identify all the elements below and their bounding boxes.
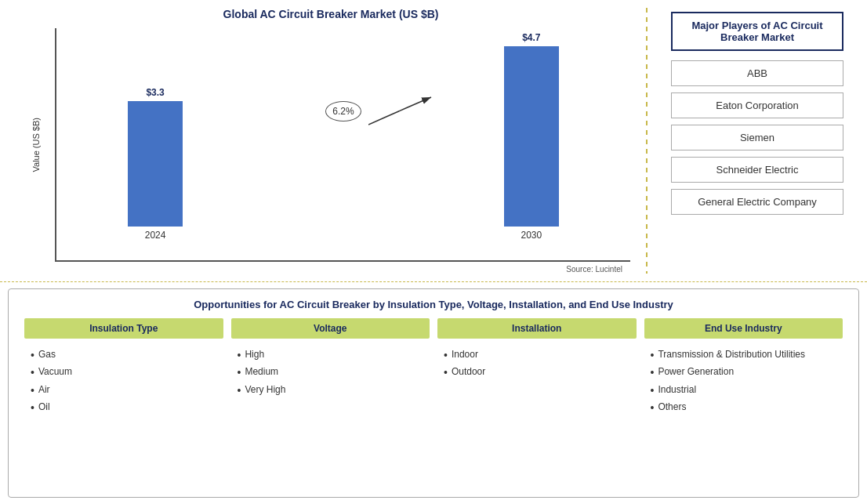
end-use-others: •Others <box>651 399 837 416</box>
insulation-oil: •Oil <box>31 399 217 416</box>
bar-2030 <box>504 46 559 227</box>
bar-2024 <box>128 101 183 227</box>
bar-value-2024: $3.3 <box>146 87 164 98</box>
bottom-section: Opportunities for AC Circuit Breaker by … <box>8 288 859 498</box>
voltage-high: •High <box>238 346 424 364</box>
right-panel: Major Players of AC Circuit Breaker Mark… <box>648 0 867 281</box>
voltage-items: •High •Medium •Very High <box>231 343 430 402</box>
chart-plot: $3.3 2024 6.2% <box>47 28 630 262</box>
players-title: Major Players of AC Circuit Breaker Mark… <box>671 12 843 51</box>
cagr-annotation: 6.2% <box>325 101 361 121</box>
chart-area: Global AC Circuit Breaker Market (US $B)… <box>0 0 646 281</box>
bar-group-2030: $4.7 2030 <box>504 32 559 241</box>
end-use-items: •Transmission & Distribution Utilities •… <box>644 343 843 420</box>
player-ge: General Electric Company <box>671 189 843 215</box>
y-axis-label: Value (US $B) <box>31 118 41 172</box>
top-section: Global AC Circuit Breaker Market (US $B)… <box>0 0 867 282</box>
opportunities-title: Opportunities for AC Circuit Breaker by … <box>24 299 843 310</box>
bar-value-2030: $4.7 <box>522 32 540 43</box>
installation-header: Installation <box>437 318 637 339</box>
voltage-header: Voltage <box>231 318 430 339</box>
category-installation: Installation •Indoor •Outdoor <box>437 318 637 420</box>
player-eaton: Eaton Corporation <box>671 92 843 118</box>
player-schneider: Schneider Electric <box>671 157 843 183</box>
chart-title: Global AC Circuit Breaker Market (US $B) <box>223 8 439 20</box>
insulation-vacuum: •Vacuum <box>31 364 217 381</box>
insulation-air: •Air <box>31 382 217 399</box>
end-use-power: •Power Generation <box>651 364 837 381</box>
category-end-use: End Use Industry •Transmission & Distrib… <box>644 318 843 420</box>
category-voltage: Voltage •High •Medium •Very High <box>231 318 430 420</box>
main-container: Global AC Circuit Breaker Market (US $B)… <box>0 0 867 504</box>
bar-label-2024: 2024 <box>145 230 166 241</box>
insulation-header: Insulation Type <box>24 318 223 339</box>
source-text: Source: Lucintel <box>566 265 622 274</box>
bar-group-2024: $3.3 2024 <box>128 87 183 241</box>
player-siemen: Siemen <box>671 125 843 150</box>
category-insulation: Insulation Type •Gas •Vacuum •Air •Oil <box>24 318 223 420</box>
installation-items: •Indoor •Outdoor <box>437 343 637 385</box>
categories-row: Insulation Type •Gas •Vacuum •Air •Oil V… <box>24 318 843 420</box>
bars-container: $3.3 2024 6.2% <box>55 28 630 262</box>
end-use-industrial: •Industrial <box>651 382 837 399</box>
bar-label-2030: 2030 <box>521 230 542 241</box>
voltage-very-high: •Very High <box>238 382 424 399</box>
end-use-transmission: •Transmission & Distribution Utilities <box>651 346 837 364</box>
insulation-gas: •Gas <box>31 346 217 364</box>
chart-inner: Value (US $B) $3.3 2024 6.2% <box>31 28 630 262</box>
cagr-bubble: 6.2% <box>325 101 361 121</box>
cagr-arrow <box>368 93 439 132</box>
player-abb: ABB <box>671 60 843 86</box>
installation-indoor: •Indoor <box>444 346 630 364</box>
end-use-header: End Use Industry <box>644 318 843 339</box>
installation-outdoor: •Outdoor <box>444 364 630 381</box>
insulation-items: •Gas •Vacuum •Air •Oil <box>24 343 223 420</box>
voltage-medium: •Medium <box>238 364 424 381</box>
